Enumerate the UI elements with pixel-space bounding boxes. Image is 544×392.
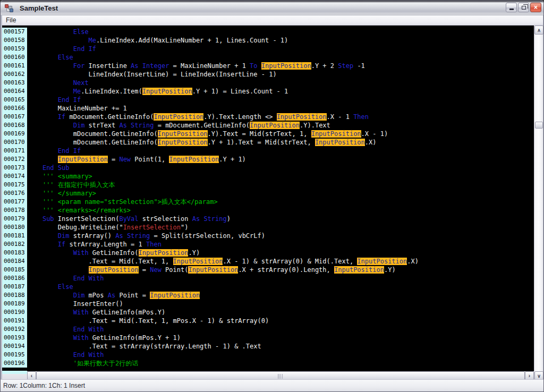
code-line[interactable]: 000173 End Sub: [2, 164, 534, 172]
code-text: InsertEnter(): [27, 300, 123, 308]
code-line[interactable]: 000163 Next: [2, 79, 534, 87]
code-line[interactable]: 000193 With GetLineInfo(mPos.Y + 1): [2, 334, 534, 342]
code-lines: 000157 Else000158 Me.LineIndex.Add(MaxLi…: [2, 25, 534, 368]
code-line[interactable]: 000182 If strArray.Length = 1 Then: [2, 240, 534, 249]
line-number: 000195: [2, 351, 27, 359]
code-viewport[interactable]: 000157 Else000158 Me.LineIndex.Add(MaxLi…: [2, 25, 534, 371]
code-text: ''' 在指定行中插入文本: [27, 181, 115, 189]
code-line[interactable]: 000179 Sub InsertSelection(ByVal strSele…: [2, 215, 534, 223]
code-line[interactable]: 000169 mDocument.GetLineInfo(InputPositi…: [2, 130, 534, 138]
menu-item-file[interactable]: File: [2, 15, 20, 25]
code-line[interactable]: 000174 ''' <summary>: [2, 172, 534, 181]
highlighted-identifier: InputPosition: [154, 113, 203, 121]
code-line[interactable]: 000187 Else: [2, 283, 534, 291]
code-text: Debug.WriteLine("InsertSelection"): [27, 223, 188, 232]
code-line[interactable]: 000178 ''' <remarks></remarks>: [2, 206, 534, 215]
line-number: 000182: [2, 240, 27, 249]
menubar: File: [2, 15, 543, 25]
code-line[interactable]: 000172 InputPosition = New Point(1, Inpu…: [2, 155, 534, 164]
restore-button[interactable]: [518, 3, 529, 12]
app-icon-part: [10, 8, 13, 12]
highlighted-identifier: InputPosition: [158, 130, 208, 138]
code-line[interactable]: 000189 InsertEnter(): [2, 300, 534, 308]
close-button[interactable]: ×: [530, 3, 541, 12]
highlighted-identifier: InputPosition: [142, 88, 192, 95]
code-text: mDocument.GetLineInfo(InputPosition.Y).T…: [27, 130, 388, 138]
line-number: 000168: [2, 121, 27, 130]
code-line[interactable]: 000180 Debug.WriteLine("InsertSelection"…: [2, 223, 534, 232]
code-line[interactable]: 000192 End With: [2, 325, 534, 334]
highlighted-identifier: InputPosition: [261, 62, 311, 70]
line-number: 000164: [2, 87, 27, 96]
code-line[interactable]: 000195 End With: [2, 351, 534, 359]
code-text: ''' <param name="strSelection">插入文本</par…: [27, 198, 218, 206]
code-line[interactable]: 000176 ''' </summary>: [2, 189, 534, 198]
code-text: InputPosition = New Point(1, InputPositi…: [27, 155, 246, 164]
code-line[interactable]: 000167 If mDocument.GetLineInfo(InputPos…: [2, 113, 534, 121]
line-number: 000165: [2, 96, 27, 104]
line-number: 000176: [2, 189, 27, 198]
code-text: Dim strText As String = mDocument.GetLin…: [27, 121, 330, 130]
code-line[interactable]: 000188 Dim mPos As Point = InputPosition: [2, 291, 534, 300]
code-line[interactable]: 000185 InputPosition = New Point(InputPo…: [2, 266, 534, 274]
code-text: End With: [27, 274, 104, 283]
line-number: 000196: [2, 359, 27, 368]
line-number: 000194: [2, 342, 27, 351]
minimize-button[interactable]: [506, 3, 517, 12]
code-line[interactable]: 000159 End If: [2, 45, 534, 53]
code-line[interactable]: 000165 End If: [2, 96, 534, 104]
app-window: SampleTest × File 000157 Else000158 Me.L…: [0, 0, 544, 392]
code-line[interactable]: 000164 Me.LineIndex.Item(InputPosition.Y…: [2, 87, 534, 96]
code-line[interactable]: 000186 End With: [2, 274, 534, 283]
caret-position-status: Row: 1Column: 1Ch: 1 Insert: [1, 382, 85, 389]
code-line[interactable]: 000161 For InsertLine As Integer = MaxLi…: [2, 62, 534, 70]
code-text: Me.LineIndex.Item(InputPosition.Y + 1) =…: [27, 87, 288, 96]
code-text: End If: [27, 45, 96, 53]
scroll-up-button[interactable]: ∧: [534, 25, 543, 35]
code-line[interactable]: 000157 Else: [2, 28, 534, 36]
line-number: 000191: [2, 317, 27, 325]
code-text: End With: [27, 351, 104, 359]
code-text: mDocument.GetLineInfo(InputPosition.Y + …: [27, 138, 376, 147]
code-text: For InsertLine As Integer = MaxLineNumbe…: [27, 62, 365, 70]
code-line[interactable]: 000170 mDocument.GetLineInfo(InputPositi…: [2, 138, 534, 147]
code-line[interactable]: 000171 End If: [2, 147, 534, 155]
code-text: MaxLineNumber += 1: [27, 104, 127, 113]
vertical-scrollbar-thumb[interactable]: [535, 122, 543, 129]
code-line[interactable]: 000190 With GetLineInfo(mPos.Y): [2, 308, 534, 317]
line-number: 000180: [2, 223, 27, 232]
line-number: 000184: [2, 257, 27, 266]
code-line[interactable]: 000175 ''' 在指定行中插入文本: [2, 181, 534, 189]
titlebar[interactable]: SampleTest ×: [1, 1, 543, 15]
code-line[interactable]: 000183 With GetLineInfo(InputPosition.Y): [2, 249, 534, 257]
code-line[interactable]: 000168 Dim strText As String = mDocument…: [2, 121, 534, 130]
app-icon-part: [5, 4, 8, 8]
code-line[interactable]: 000162 LineIndex(InsertLine) = LineIndex…: [2, 70, 534, 79]
code-line[interactable]: 000181 Dim strArray() As String = Split(…: [2, 232, 534, 240]
code-line[interactable]: 000158 Me.LineIndex.Add(MaxLineNumber + …: [2, 36, 534, 45]
code-line[interactable]: 000196 '如果行数大于2行的话: [2, 359, 534, 368]
code-editor[interactable]: 000157 Else000158 Me.LineIndex.Add(MaxLi…: [2, 25, 543, 380]
highlighted-identifier: InputPosition: [150, 292, 200, 299]
highlighted-identifier: InputPosition: [89, 266, 139, 274]
highlighted-identifier: InputPosition: [173, 258, 223, 265]
close-icon: ×: [534, 4, 538, 11]
code-line[interactable]: 000177 ''' <param name="strSelection">插入…: [2, 198, 534, 206]
line-number: 000173: [2, 164, 27, 172]
code-text: End If: [27, 147, 81, 155]
line-number: 000192: [2, 325, 27, 334]
vertical-scrollbar[interactable]: ∧ ∨: [534, 25, 543, 380]
code-text: End If: [27, 96, 81, 104]
code-text: Else: [27, 28, 89, 36]
line-number: 000181: [2, 232, 27, 240]
code-line[interactable]: 000191 .Text = Mid(.Text, 1, mPos.X - 1)…: [2, 317, 534, 325]
code-line[interactable]: 000160 Else: [2, 53, 534, 62]
code-line[interactable]: 000184 .Text = Mid(.Text, 1, InputPositi…: [2, 257, 534, 266]
line-number: 000167: [2, 113, 27, 121]
code-line[interactable]: 000166 MaxLineNumber += 1: [2, 104, 534, 113]
code-text: Sub InsertSelection(ByVal strSelection A…: [27, 215, 231, 223]
window-controls: ×: [506, 3, 541, 12]
line-number: 000161: [2, 62, 27, 70]
code-line[interactable]: 000194 .Text = strArray(strArray.Length …: [2, 342, 534, 351]
code-text: Else: [27, 53, 73, 62]
